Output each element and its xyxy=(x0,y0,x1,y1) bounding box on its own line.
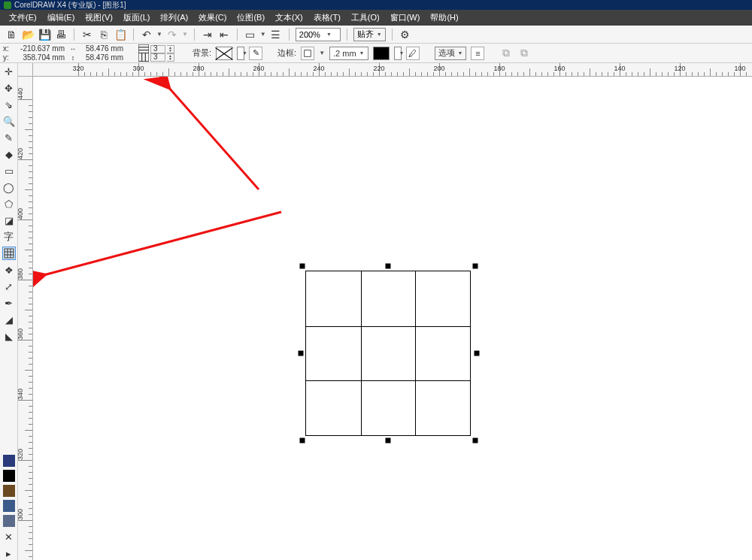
color-swatch-1[interactable] xyxy=(3,455,15,467)
palette-flyout[interactable]: ▸ xyxy=(2,546,16,560)
export-button[interactable]: ⇤ xyxy=(217,28,231,41)
copy-button[interactable]: ⎘ xyxy=(97,28,111,41)
table-object[interactable] xyxy=(305,271,471,436)
table-options-button[interactable]: 选项 xyxy=(435,47,467,60)
border-color-swatch[interactable] xyxy=(373,47,390,60)
color-swatch-3[interactable] xyxy=(3,485,15,497)
open-button[interactable]: 📂 xyxy=(21,28,35,41)
color-swatch-2[interactable] xyxy=(3,470,15,482)
fill-tool[interactable]: ◢ xyxy=(2,313,16,326)
handle-mr[interactable] xyxy=(475,351,480,356)
snap-to-button[interactable]: 贴齐 xyxy=(353,28,386,41)
menu-file[interactable]: 文件(E) xyxy=(5,11,41,25)
handle-tr[interactable] xyxy=(473,264,478,269)
border-sides-button[interactable] xyxy=(301,47,314,60)
new-button[interactable]: 🗎 xyxy=(5,28,18,41)
handle-bm[interactable] xyxy=(386,438,391,443)
text-tool[interactable]: 字 xyxy=(2,230,16,244)
edit-fill-button[interactable]: ✎ xyxy=(249,47,262,60)
x-value: -210.637 mm xyxy=(14,44,65,53)
cols-input[interactable]: 3 xyxy=(150,53,165,62)
welcome-button[interactable]: ☰ xyxy=(269,28,283,41)
rows-input[interactable]: 3 xyxy=(150,45,165,53)
vertical-ruler[interactable]: 440420400380360340320300 xyxy=(18,77,33,560)
shape-tool[interactable]: ✥ xyxy=(2,81,16,95)
app-logo-icon xyxy=(4,2,11,9)
menu-effects[interactable]: 效果(C) xyxy=(194,11,231,25)
border-label: 边框: xyxy=(277,47,296,59)
width-icon: ↔ xyxy=(69,44,77,53)
menu-window[interactable]: 窗口(W) xyxy=(386,11,425,25)
handle-bl[interactable] xyxy=(300,438,305,443)
height-icon: ↕ xyxy=(69,53,77,62)
menu-arrange[interactable]: 排列(A) xyxy=(156,11,193,25)
cols-spinner[interactable]: ▲▼ xyxy=(167,53,174,62)
color-swatch-5[interactable] xyxy=(3,515,15,527)
undo-dropdown-icon[interactable]: ▼ xyxy=(156,31,162,38)
separator xyxy=(133,29,134,41)
print-button[interactable]: 🖶 xyxy=(54,28,68,41)
border-color-dropdown[interactable] xyxy=(394,47,402,60)
eyedropper-tool[interactable]: ⤢ xyxy=(2,280,16,293)
freehand-tool[interactable]: ✎ xyxy=(2,131,16,144)
background-color-dropdown[interactable] xyxy=(237,47,244,60)
menu-view[interactable]: 视图(V) xyxy=(80,11,117,25)
paste-button[interactable]: 📋 xyxy=(114,28,127,41)
handle-tl[interactable] xyxy=(300,264,305,269)
launcher-dropdown-icon[interactable]: ▼ xyxy=(260,31,266,38)
svg-line-13 xyxy=(44,212,281,275)
menu-tools[interactable]: 工具(O) xyxy=(347,11,384,25)
interactive-fill-tool[interactable]: ◣ xyxy=(2,329,16,343)
table-tool[interactable] xyxy=(2,247,16,260)
border-width-select[interactable]: .2 mm xyxy=(329,47,368,60)
toolbox: ✛ ✥ ⇘ 🔍 ✎ ◆ ▭ ◯ ⬠ ◪ 字 ❖ ⤢ ✒ ◢ ◣ ✕ ▸ xyxy=(0,63,18,560)
basic-shapes-tool[interactable]: ◪ xyxy=(2,213,16,227)
background-label: 背景: xyxy=(193,47,211,59)
handle-br[interactable] xyxy=(473,438,478,443)
smart-fill-tool[interactable]: ◆ xyxy=(2,147,16,161)
background-color-swatch[interactable] xyxy=(216,47,232,60)
interactive-tool[interactable]: ❖ xyxy=(2,263,16,277)
canvas[interactable] xyxy=(33,77,752,560)
undo-button[interactable]: ↶ xyxy=(140,28,153,41)
svg-rect-7 xyxy=(5,249,14,258)
polygon-tool[interactable]: ⬠ xyxy=(2,197,16,210)
import-button[interactable]: ⇥ xyxy=(201,28,214,41)
standard-toolbar: 🗎 📂 💾 🖶 ✂ ⎘ 📋 ↶ ▼ ↷ ▼ ⇥ ⇤ ▭ ▼ ☰ 200% 贴齐 … xyxy=(0,26,752,44)
extra-button-1[interactable]: ⧉ xyxy=(499,47,513,60)
ruler-origin[interactable] xyxy=(18,63,33,77)
zoom-level-select[interactable]: 200% xyxy=(296,28,341,41)
crop-tool[interactable]: ⇘ xyxy=(2,98,16,111)
extra-button-2[interactable]: ⧉ xyxy=(517,47,531,60)
outline-pen-button[interactable]: 🖊 xyxy=(406,47,420,60)
redo-dropdown-icon[interactable]: ▼ xyxy=(182,31,188,38)
separator xyxy=(74,29,74,41)
options-button[interactable]: ⚙ xyxy=(399,28,412,41)
menu-help[interactable]: 帮助(H) xyxy=(426,11,462,25)
rectangle-tool[interactable]: ▭ xyxy=(2,164,16,177)
menu-bitmap[interactable]: 位图(B) xyxy=(232,11,269,25)
menu-layout[interactable]: 版面(L) xyxy=(119,11,154,25)
property-bar: x:-210.637 mm y:358.704 mm ↔58.476 mm ↕5… xyxy=(0,44,752,63)
handle-tm[interactable] xyxy=(386,264,391,269)
save-button[interactable]: 💾 xyxy=(38,28,51,41)
rows-spinner[interactable]: ▲▼ xyxy=(167,45,174,53)
menu-edit[interactable]: 编辑(E) xyxy=(43,11,80,25)
no-color-swatch[interactable]: ✕ xyxy=(2,530,16,543)
menu-table[interactable]: 表格(T) xyxy=(309,11,345,25)
cut-button[interactable]: ✂ xyxy=(80,28,94,41)
outline-tool[interactable]: ✒ xyxy=(2,296,16,310)
app-launcher-button[interactable]: ▭ xyxy=(244,28,257,41)
color-swatch-4[interactable] xyxy=(3,500,15,512)
handle-ml[interactable] xyxy=(299,351,304,356)
ellipse-tool[interactable]: ◯ xyxy=(2,180,16,194)
menu-text[interactable]: 文本(X) xyxy=(271,11,308,25)
wrap-text-button[interactable]: ≡ xyxy=(471,47,484,60)
redo-button[interactable]: ↷ xyxy=(165,28,179,41)
horizontal-ruler[interactable]: 320300280260240220200180160140120100 xyxy=(33,63,752,77)
rows-icon xyxy=(138,45,149,53)
pick-tool[interactable]: ✛ xyxy=(2,65,16,78)
zoom-tool[interactable]: 🔍 xyxy=(2,114,16,128)
svg-rect-6 xyxy=(305,50,311,56)
border-sides-dropdown-icon[interactable]: ▼ xyxy=(319,50,325,56)
